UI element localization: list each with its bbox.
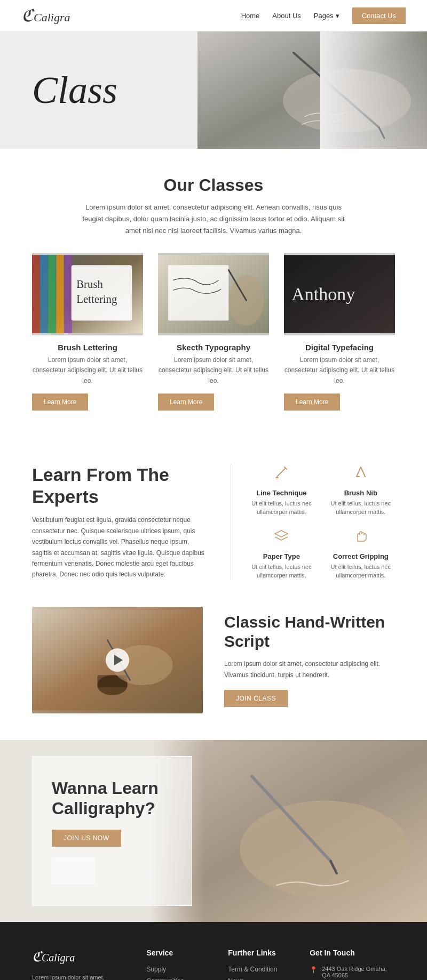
classic-section: Classic Hand-Written Script Lorem ipsum … — [0, 607, 427, 740]
learn-title: Learn From The Experts — [32, 464, 209, 508]
learn-desc: Vestibulum feugiat est ligula, gravida c… — [32, 515, 209, 580]
svg-rect-9 — [65, 255, 72, 334]
nav-about[interactable]: About Us — [272, 12, 301, 20]
footer-service-title: Service — [146, 949, 212, 957]
hero-title: Class — [32, 71, 117, 109]
expert-line-technique: Line Technique Ut elit tellus, luctus ne… — [247, 464, 315, 517]
learn-right-features: Line Technique Ut elit tellus, luctus ne… — [231, 464, 395, 580]
classic-video-thumb — [32, 607, 203, 713]
nav: Home About Us Pages ▾ Contact Us — [241, 7, 406, 24]
hand-icon — [352, 527, 369, 548]
svg-rect-7 — [48, 255, 56, 334]
class-image-digital: Anthony — [284, 253, 395, 335]
footer-brand-col: ℭCaligra Lorem ipsum dolor sit amet, con… — [32, 949, 130, 980]
class-title-sketch: Skecth Typography — [158, 343, 269, 352]
footer-top: ℭCaligra Lorem ipsum dolor sit amet, con… — [32, 949, 395, 980]
wanna-section: Wanna Learn Calligraphy? JOIN US NOW — [0, 740, 427, 922]
class-title-brush: Brush Lettering — [32, 343, 143, 352]
svg-marker-23 — [275, 531, 288, 537]
svg-text:Anthony: Anthony — [291, 285, 355, 304]
classic-desc: Lorem ipsum dolor sit amet, consectetur … — [224, 658, 395, 680]
pen-icon — [352, 464, 369, 485]
expert-brush-nib: Brush Nib Ut elit tellus, luctus nec ull… — [327, 464, 395, 517]
play-triangle-icon — [114, 655, 123, 665]
expert-gripping: Correct Gripping Ut elit tellus, luctus … — [327, 527, 395, 580]
expert-paper-type: Paper Type Ut elit tellus, luctus nec ul… — [247, 527, 315, 580]
join-class-button[interactable]: JOIN CLASS — [224, 690, 288, 707]
classes-grid: Brush Lettering Brush Lettering Lorem ip… — [32, 253, 395, 411]
logo: ℭCaligra — [21, 5, 70, 26]
expert-desc-paper: Ut elit tellus, luctus nec ullamcorper m… — [247, 563, 315, 580]
hero-section: Class — [0, 31, 427, 149]
svg-rect-5 — [32, 255, 39, 334]
class-card-brush: Brush Lettering Brush Lettering Lorem ip… — [32, 253, 143, 411]
classes-section-title: Our Classes — [32, 175, 395, 195]
expert-desc-brush: Ut elit tellus, luctus nec ullamcorper m… — [327, 499, 395, 517]
hero-gradient-overlay — [320, 31, 427, 149]
class-card-digital: Anthony Digital Typefacing Lorem ipsum d… — [284, 253, 395, 411]
classic-right-content: Classic Hand-Written Script Lorem ipsum … — [224, 613, 395, 707]
header: ℭCaligra Home About Us Pages ▾ Contact U… — [0, 0, 427, 31]
footer-link-news[interactable]: News — [228, 977, 294, 980]
svg-rect-6 — [40, 255, 48, 334]
wanna-content-box: Wanna Learn Calligraphy? JOIN US NOW — [32, 756, 192, 906]
footer-service-col: Service Supply Communities Equipment — [146, 949, 212, 980]
learn-left-content: Learn From The Experts Vestibulum feugia… — [32, 464, 209, 580]
wanna-inner-decoration — [52, 857, 94, 884]
class-image-brush: Brush Lettering — [32, 253, 143, 335]
our-classes-section: Our Classes Lorem ipsum dolor sit amet, … — [0, 149, 427, 437]
learn-more-sketch[interactable]: Learn More — [158, 393, 214, 411]
class-title-digital: Digital Typefacing — [284, 343, 395, 352]
footer-address: 📍 2443 Oak Ridge Omaha, QA 45065 — [310, 966, 395, 978]
class-desc-digital: Lorem ipsum dolor sit amet, consectetur … — [284, 355, 395, 386]
class-desc-brush: Lorem ipsum dolor sit amet, consectetur … — [32, 355, 143, 386]
svg-rect-8 — [56, 255, 64, 334]
footer-further-title: Further Links — [228, 949, 294, 957]
footer-contact-col: Get In Touch 📍 2443 Oak Ridge Omaha, QA … — [310, 949, 395, 980]
location-icon: 📍 — [310, 966, 318, 974]
class-card-sketch: Skecth Typography Lorem ipsum dolor sit … — [158, 253, 269, 411]
class-image-sketch — [158, 253, 269, 335]
footer-brand-desc: Lorem ipsum dolor sit amet, consectetur … — [32, 973, 130, 980]
classes-section-desc: Lorem ipsum dolor sit amet, consectetur … — [75, 202, 352, 237]
pencil-icon — [273, 464, 290, 485]
learn-more-digital[interactable]: Learn More — [284, 393, 340, 411]
classic-title: Classic Hand-Written Script — [224, 613, 395, 651]
svg-line-19 — [277, 468, 286, 477]
expert-name-line: Line Technique — [256, 489, 306, 497]
class-desc-sketch: Lorem ipsum dolor sit amet, consectetur … — [158, 355, 269, 386]
svg-text:Brush: Brush — [76, 278, 103, 290]
footer: ℭCaligra Lorem ipsum dolor sit amet, con… — [0, 922, 427, 980]
expert-desc-line: Ut elit tellus, luctus nec ullamcorper m… — [247, 499, 315, 517]
expert-name-brush: Brush Nib — [344, 489, 377, 497]
footer-link-supply[interactable]: Supply — [146, 966, 212, 973]
svg-rect-14 — [168, 265, 228, 320]
footer-further-col: Further Links Term & Condition News — [228, 949, 294, 980]
nav-pages[interactable]: Pages ▾ — [314, 12, 339, 20]
learn-more-brush[interactable]: Learn More — [32, 393, 88, 411]
svg-text:Lettering: Lettering — [76, 293, 117, 306]
wanna-title: Wanna Learn Calligraphy? — [52, 778, 172, 819]
footer-link-communities[interactable]: Communities — [146, 977, 212, 980]
hero-text-area: Class — [0, 50, 149, 131]
join-us-button[interactable]: JOIN US NOW — [52, 830, 121, 847]
contact-button[interactable]: Contact Us — [352, 7, 406, 24]
expert-name-grip: Correct Gripping — [333, 552, 389, 560]
footer-logo: ℭCaligra — [32, 949, 130, 965]
layers-icon — [273, 527, 290, 548]
nav-home[interactable]: Home — [241, 12, 260, 20]
experts-grid: Line Technique Ut elit tellus, luctus ne… — [247, 464, 395, 580]
play-button[interactable] — [106, 648, 129, 672]
footer-link-terms[interactable]: Term & Condition — [228, 966, 294, 973]
learn-experts-section: Learn From The Experts Vestibulum feugia… — [0, 437, 427, 607]
chevron-down-icon: ▾ — [336, 12, 339, 20]
expert-name-paper: Paper Type — [263, 552, 300, 560]
expert-desc-grip: Ut elit tellus, luctus nec ullamcorper m… — [327, 563, 395, 580]
footer-contact-title: Get In Touch — [310, 949, 395, 957]
